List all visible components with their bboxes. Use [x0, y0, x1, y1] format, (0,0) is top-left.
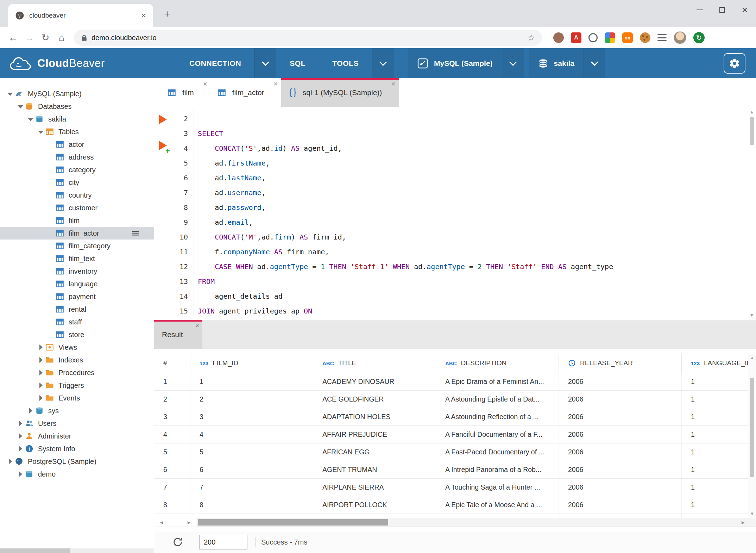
- cell[interactable]: 2006: [559, 496, 682, 514]
- header-menu-sql[interactable]: SQL: [276, 48, 319, 78]
- lock-icon[interactable]: [81, 34, 87, 42]
- cell[interactable]: A Touching Saga of a Hunter ...: [436, 479, 559, 496]
- cell[interactable]: AIRPLANE SIERRA: [313, 479, 436, 496]
- scroll-right-icon[interactable]: ►: [187, 520, 191, 525]
- cell[interactable]: A Intrepid Panorama of a Rob...: [436, 461, 559, 478]
- column-header-title[interactable]: ABCTITLE: [313, 354, 436, 373]
- tree-item-language[interactable]: language: [0, 278, 154, 290]
- tree-item-indexes[interactable]: Indexes: [0, 354, 154, 366]
- expander-right-icon[interactable]: [36, 343, 45, 352]
- bookmark-star-icon[interactable]: ☆: [527, 33, 535, 43]
- tree-item-staff[interactable]: staff: [0, 316, 154, 328]
- cell[interactable]: 8: [190, 496, 313, 514]
- table-row[interactable]: 88AIRPORT POLLOCKA Epic Tale of a Moose …: [154, 496, 748, 514]
- cell[interactable]: ACADEMY DINOSAUR: [313, 373, 436, 390]
- settings-button[interactable]: [724, 53, 745, 74]
- cell[interactable]: 7: [190, 479, 313, 496]
- header-menu-connection[interactable]: CONNECTION: [176, 48, 254, 78]
- column-header-release-year[interactable]: RELEASE_YEAR: [559, 354, 682, 373]
- back-icon[interactable]: ←: [5, 32, 21, 43]
- header-menu-tools[interactable]: TOOLS: [319, 48, 372, 78]
- tree-item-tables[interactable]: Tables: [0, 125, 154, 138]
- tree-item-procedures[interactable]: Procedures: [0, 366, 154, 379]
- cell[interactable]: AFFAIR PREJUDICE: [313, 426, 436, 443]
- cell[interactable]: 2006: [559, 426, 682, 443]
- sidebar-hscrollbar[interactable]: [0, 548, 154, 553]
- grid-hscrollbar[interactable]: ◄ ► ►: [154, 518, 756, 527]
- cell[interactable]: AIRPORT POLLOCK: [313, 496, 436, 514]
- expander-right-icon[interactable]: [16, 431, 25, 441]
- cell[interactable]: A Epic Drama of a Feminist An...: [436, 373, 559, 390]
- forward-icon[interactable]: →: [21, 32, 37, 43]
- column-header-description[interactable]: ABCDESCRIPTION: [436, 354, 559, 373]
- cell[interactable]: A Thoughtful Panorama of a ...: [436, 514, 559, 518]
- cell[interactable]: 1: [682, 373, 748, 390]
- tree-item-store[interactable]: store: [0, 328, 154, 341]
- expander-right-icon[interactable]: [36, 393, 45, 403]
- tab-close-icon[interactable]: ×: [391, 80, 396, 87]
- cell[interactable]: ADAPTATION HOLES: [313, 408, 436, 425]
- connection-dropdown[interactable]: [502, 48, 524, 78]
- cell[interactable]: A Astounding Reflection of a ...: [436, 408, 559, 425]
- cell[interactable]: 1: [682, 479, 748, 496]
- cell[interactable]: 3: [190, 408, 313, 425]
- tree-item-sakila[interactable]: sakila: [0, 113, 154, 125]
- cell[interactable]: 1: [682, 408, 748, 425]
- tree-item-category[interactable]: category: [0, 163, 154, 176]
- table-row[interactable]: 77AIRPLANE SIERRAA Touching Saga of a Hu…: [154, 479, 748, 496]
- tree-item-city[interactable]: city: [0, 176, 154, 189]
- cell[interactable]: A Fanciful Documentary of a F...: [436, 426, 559, 443]
- cell[interactable]: 2006: [559, 408, 682, 425]
- scroll-left-icon[interactable]: ◄: [159, 520, 164, 525]
- tree-item-country[interactable]: country: [0, 189, 154, 201]
- header-menu-tools-dropdown[interactable]: [372, 48, 394, 78]
- extension-icon-1[interactable]: [553, 32, 564, 43]
- tree-item-system-info[interactable]: System Info: [0, 442, 154, 455]
- extension-icon-2[interactable]: [588, 33, 598, 42]
- tree-item-payment[interactable]: payment: [0, 290, 154, 303]
- tree-item-film[interactable]: film: [0, 214, 154, 227]
- cell[interactable]: AFRICAN EGG: [313, 443, 436, 461]
- reading-list-icon[interactable]: [657, 34, 667, 41]
- cell[interactable]: 5: [190, 443, 313, 461]
- cell[interactable]: 2006: [559, 461, 682, 478]
- cell[interactable]: ACE GOLDFINGER: [313, 391, 436, 408]
- home-icon[interactable]: ⌂: [53, 32, 70, 43]
- tree-item-film-text[interactable]: film_text: [0, 252, 154, 265]
- execute-query-icon[interactable]: [159, 115, 167, 124]
- extension-icon-on[interactable]: on: [622, 32, 633, 43]
- expander-right-icon[interactable]: [26, 406, 35, 415]
- expander-right-icon[interactable]: [36, 368, 45, 377]
- extension-icon-3[interactable]: [605, 32, 615, 43]
- cell[interactable]: 1: [682, 426, 748, 443]
- hscroll-thumb[interactable]: [198, 519, 388, 526]
- tree-item-inventory[interactable]: inventory: [0, 265, 154, 278]
- table-row[interactable]: 22ACE GOLDFINGERA Astounding Epistle of …: [154, 391, 748, 408]
- expander-down-icon[interactable]: [26, 114, 35, 124]
- browser-tab[interactable]: cloudbeaver ×: [8, 4, 153, 27]
- tree-item-actor[interactable]: actor: [0, 138, 154, 151]
- cell[interactable]: A Epic Tale of a Moose And a ...: [436, 496, 559, 514]
- browser-avatar[interactable]: [674, 31, 686, 44]
- cell[interactable]: ALABAMA DEVIL: [313, 514, 436, 518]
- cell[interactable]: 1: [682, 514, 748, 518]
- cell[interactable]: 1: [682, 443, 748, 461]
- expander-right-icon[interactable]: [16, 419, 25, 428]
- tree-item-postgresql-sample[interactable]: PostgreSQL (Sample): [0, 455, 154, 468]
- tree-item-users[interactable]: Users: [0, 417, 154, 430]
- tree-item-film-actor[interactable]: film_actor: [0, 227, 154, 240]
- cell[interactable]: A Astounding Epistle of a Dat...: [436, 391, 559, 408]
- cell[interactable]: 6: [190, 461, 313, 478]
- cell[interactable]: 2006: [559, 514, 682, 518]
- refresh-icon[interactable]: [172, 537, 183, 547]
- result-tab[interactable]: Result ×: [154, 320, 202, 349]
- cell[interactable]: 2: [190, 391, 313, 408]
- table-row[interactable]: 99ALABAMA DEVILA Thoughtful Panorama of …: [154, 514, 748, 518]
- scroll-up-icon[interactable]: ▲: [748, 355, 756, 360]
- tree-item-demo[interactable]: demo: [0, 468, 154, 480]
- window-close-icon[interactable]: ×: [733, 0, 756, 20]
- cell[interactable]: 1: [682, 461, 748, 478]
- cell[interactable]: AGENT TRUMAN: [313, 461, 436, 478]
- editor-vscrollbar[interactable]: ▲ ▼: [748, 107, 756, 320]
- cell[interactable]: 1: [190, 373, 313, 390]
